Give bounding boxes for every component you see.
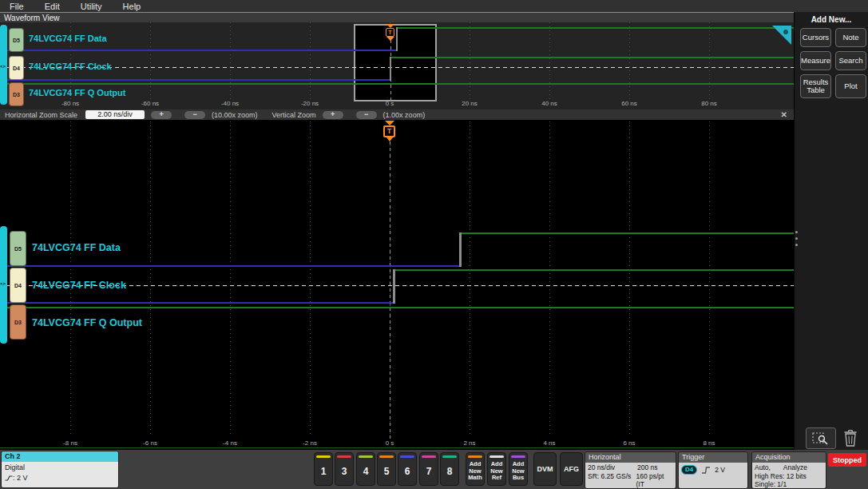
menu-bar: File Edit Utility Help <box>0 0 868 12</box>
channel-label-clock[interactable]: 74LVCG74 FF Clock <box>32 280 126 291</box>
channel-button-5[interactable]: 5 <box>377 452 396 486</box>
time-tick-label: 6 ns <box>612 439 647 447</box>
rising-edge-icon <box>701 466 711 475</box>
v-zoom-plus-button[interactable]: + <box>323 111 343 119</box>
channel-button-label: 5 <box>384 458 390 485</box>
channel-button-6[interactable]: 6 <box>398 452 417 486</box>
trigger-marker-overview[interactable]: T <box>386 24 394 41</box>
channel-badge-d3[interactable]: D3 <box>9 82 24 106</box>
channel-label-q-output[interactable]: 74LVCG74 FF Q Output <box>32 317 142 328</box>
channel-2-threshold: : 2 V <box>13 473 28 483</box>
h-zoom-minus-button[interactable]: − <box>184 111 205 119</box>
waveform-segment-low <box>0 50 397 51</box>
time-tick-label: 80 ns <box>692 100 727 107</box>
add-search-button[interactable]: Search <box>835 51 866 70</box>
channel-badge-d5[interactable]: D5 <box>9 28 24 52</box>
add-measure-button[interactable]: Measure <box>800 51 831 70</box>
zoom-controls-bar: Horizontal Zoom Scale 2.00 ns/div + − (1… <box>0 109 794 120</box>
trigger-marker[interactable]: T <box>383 121 395 141</box>
waveform-segment-low <box>0 79 390 81</box>
add-new-bus-button[interactable]: Add New Bus <box>509 452 528 486</box>
gridline <box>709 109 710 437</box>
trigger-info-box[interactable]: Trigger D4 2 V <box>678 451 748 489</box>
gridline <box>310 109 311 437</box>
channel-button-8[interactable]: 8 <box>440 452 459 486</box>
splitter-handle[interactable] <box>795 226 799 250</box>
dvm-button[interactable]: DVM <box>533 452 557 486</box>
trigger-level-line <box>0 67 794 68</box>
time-tick-label: -20 ns <box>292 100 327 107</box>
h-zoom-scale-label: Horizontal Zoom Scale <box>5 111 77 119</box>
gridline <box>150 22 151 99</box>
gridline <box>470 22 470 99</box>
acquisition-info-box[interactable]: Acquisition Auto,Analyze High Res: 12 bi… <box>751 451 826 489</box>
channel-button-label: 4 <box>363 458 369 485</box>
results-bar: Add New... CursorsNoteMeasureSearchResul… <box>794 12 868 450</box>
gridline <box>230 109 231 437</box>
channel-label-data[interactable]: 74LVCG74 FF Data <box>32 242 121 253</box>
channel-button-1[interactable]: 1 <box>314 452 333 486</box>
stopped-badge[interactable]: Stopped <box>828 453 866 467</box>
menu-edit[interactable]: Edit <box>45 2 60 11</box>
channel-badge-d3[interactable]: D3 <box>10 304 26 340</box>
add-new-math-button[interactable]: Add New Math <box>466 452 485 486</box>
waveform-view-tab[interactable]: Waveform View <box>0 12 794 22</box>
time-tick-label: 2 ns <box>452 439 487 447</box>
zoom-box[interactable] <box>354 24 437 101</box>
channel-button-3[interactable]: 3 <box>335 452 354 486</box>
channel-badge-d5[interactable]: D5 <box>10 231 26 266</box>
add-button-label: Add New Ref <box>488 458 505 485</box>
main-plot[interactable]: -8 ns-6 ns-4 ns-2 ns0 s2 ns4 ns6 ns8 ns … <box>0 109 794 450</box>
channel-2-type: Digital <box>5 463 118 473</box>
menu-file[interactable]: File <box>10 2 24 11</box>
menu-help[interactable]: Help <box>123 2 141 11</box>
v-zoom-minus-button[interactable]: − <box>356 111 377 119</box>
menu-utility[interactable]: Utility <box>81 2 102 11</box>
h-zoom-scale-value[interactable]: 2.00 ns/div <box>85 110 145 119</box>
h-resolution: 160 ps/pt (IT <box>636 472 673 489</box>
channel-label-clock[interactable]: 74LVCG74 FF Clock <box>29 62 112 71</box>
v-zoom-factor: (1.00x zoom) <box>383 111 426 119</box>
channel-badge-d4[interactable]: D4 <box>9 56 24 80</box>
gridline <box>70 109 71 437</box>
oscilloscope-app: File Edit Utility Help Waveform View -80… <box>0 0 868 489</box>
channel-button-label: 1 <box>321 458 327 485</box>
channel-label-data[interactable]: 74LVCG74 FF Data <box>29 34 107 43</box>
waveform-segment-low <box>0 302 394 304</box>
acq-analyze: Analyze <box>783 463 807 472</box>
overview-plot[interactable]: -80 ns-60 ns-40 ns-20 ns0 s20 ns40 ns60 … <box>0 22 794 109</box>
close-zoom-icon[interactable]: ✕ <box>781 110 787 119</box>
afg-button[interactable]: AFG <box>560 452 583 486</box>
add-plot-button[interactable]: Plot <box>835 74 866 98</box>
horizontal-info-box[interactable]: Horizontal 20 ns/div200 ns SR: 6.25 GS/s… <box>585 451 676 489</box>
h-scale: 20 ns/div <box>588 463 637 472</box>
trigger-title: Trigger <box>679 452 747 463</box>
gridline <box>629 22 630 99</box>
add-note-button[interactable]: Note <box>835 28 866 47</box>
gridline <box>549 22 550 99</box>
time-tick-label: -6 ns <box>133 439 168 447</box>
acq-mode: Auto, <box>755 463 771 472</box>
trigger-source-badge: D4 <box>681 465 697 475</box>
settings-bar: Ch 2 Digital : 2 V 1345678Add New MathAd… <box>0 450 868 489</box>
time-tick-label: 8 ns <box>692 439 727 447</box>
channel-2-badge[interactable]: Ch 2 Digital : 2 V <box>1 451 119 488</box>
gridline <box>709 22 710 99</box>
add-new-ref-button[interactable]: Add New Ref <box>487 452 506 486</box>
h-zoom-plus-button[interactable]: + <box>151 111 172 119</box>
channel-button-7[interactable]: 7 <box>419 452 438 486</box>
add-results-table-button[interactable]: Results Table <box>800 74 831 98</box>
time-tick-label: -2 ns <box>292 439 327 447</box>
trash-button[interactable] <box>841 428 860 448</box>
add-cursors-button[interactable]: Cursors <box>800 28 831 47</box>
channel-button-4[interactable]: 4 <box>356 452 375 486</box>
channel-label-q-output[interactable]: 74LVCG74 FF Q Output <box>29 88 125 97</box>
time-tick-label: -4 ns <box>212 439 248 447</box>
channel-badge-d4[interactable]: D4 <box>10 268 26 303</box>
trigger-t-icon: T <box>386 28 394 37</box>
trigger-arrow-icon <box>386 137 393 141</box>
zoom-overlay-icon[interactable] <box>772 26 791 45</box>
zoom-mode-button[interactable] <box>806 427 836 449</box>
acq-single: Single: 1/1 <box>755 480 823 489</box>
trigger-position-line <box>390 141 390 439</box>
